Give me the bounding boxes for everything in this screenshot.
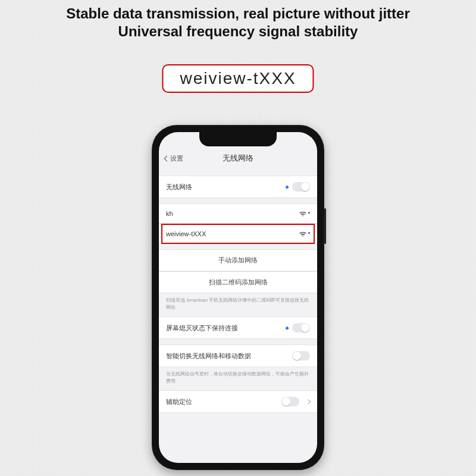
keep-connection-toggle[interactable]	[292, 323, 310, 333]
add-qr-label: 扫描二维码添加网络	[209, 278, 268, 287]
keep-connection-label: 屏幕熄灭状态下保持连接	[166, 324, 238, 333]
status-dot-icon	[286, 327, 289, 330]
network-name: kh	[166, 210, 173, 217]
phone-notch	[199, 132, 277, 146]
wifi-master-row[interactable]: 无线网络	[159, 176, 317, 198]
smart-switch-note: 当无线网络信号差时，将自动切换至移动数据网络，可能会产生额外费用	[159, 367, 317, 391]
chevron-left-icon	[164, 155, 170, 161]
back-label: 设置	[170, 154, 183, 163]
settings-list: 无线网络 kh weiview-tXXX	[159, 170, 317, 463]
chevron-right-icon	[306, 399, 311, 404]
navbar: 设置 无线网络	[159, 149, 317, 168]
smart-switch-row[interactable]: 智能切换无线网络和移动数据	[159, 345, 317, 367]
wifi-toggle[interactable]	[292, 182, 310, 192]
highlight-pill: weiview-tXXX	[162, 64, 314, 93]
phone-screen: 设置 无线网络 无线网络 kh wei	[159, 132, 317, 463]
network-row-weiview[interactable]: weiview-tXXX	[159, 224, 317, 244]
add-network-qr[interactable]: 扫描二维码添加网络	[159, 271, 317, 293]
assist-location-row[interactable]: 辅助定位	[159, 390, 317, 413]
back-button[interactable]: 设置	[165, 154, 183, 163]
add-manual-label: 手动添加网络	[218, 256, 258, 265]
network-row-kh[interactable]: kh	[159, 203, 317, 224]
qr-note: 扫描其他 Smartisan 手机无线网络详情中的二维码即可直接连接无线网络	[159, 293, 317, 317]
keep-connection-row[interactable]: 屏幕熄灭状态下保持连接	[159, 317, 317, 339]
headline: Stable data transmission, real picture w…	[0, 5, 476, 40]
status-dot-icon	[286, 186, 289, 189]
wifi-signal-icon	[299, 230, 310, 237]
add-network-manual[interactable]: 手动添加网络	[159, 249, 317, 271]
smart-switch-toggle[interactable]	[292, 351, 310, 361]
wifi-signal-icon	[299, 210, 310, 217]
wifi-master-label: 无线网络	[166, 183, 192, 192]
network-name: weiview-tXXX	[166, 230, 206, 237]
phone-frame: 设置 无线网络 无线网络 kh wei	[152, 125, 324, 470]
headline-line1: Stable data transmission, real picture w…	[0, 5, 476, 23]
page-title: 无线网络	[223, 153, 253, 164]
assist-location-toggle[interactable]	[281, 397, 299, 406]
assist-location-label: 辅助定位	[166, 397, 192, 406]
smart-switch-label: 智能切换无线网络和移动数据	[166, 352, 251, 361]
headline-line2: Universal frequency signal stability	[0, 23, 476, 40]
